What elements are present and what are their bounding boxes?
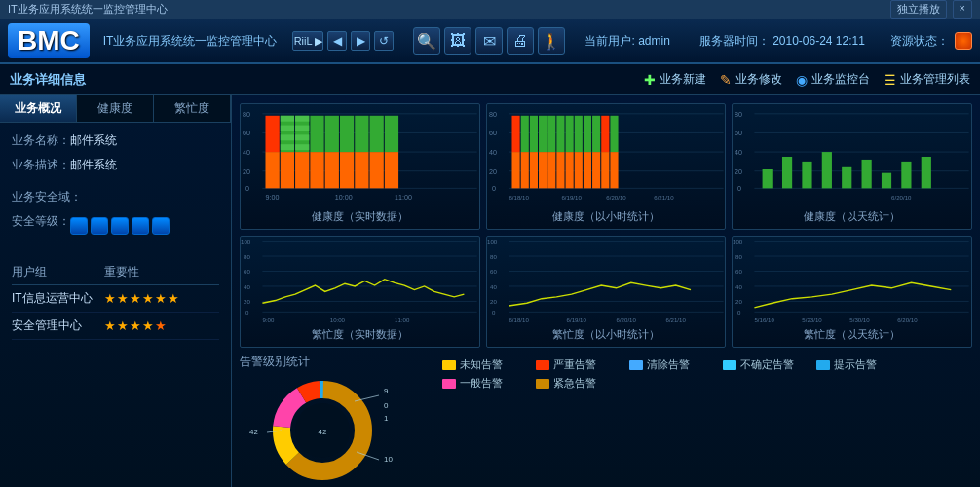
svg-text:40: 40: [489, 149, 497, 156]
create-icon: ✚: [644, 72, 656, 88]
right-panel: 80 60 40 20 0: [232, 95, 980, 487]
nav-label: RiiL ▶: [292, 31, 323, 51]
nav-forward[interactable]: ▶: [351, 31, 370, 51]
create-business-btn[interactable]: ✚ 业务新建: [644, 71, 706, 88]
chart-health-daily-title: 健康度（以天统计）: [733, 207, 971, 226]
monitor-business-btn[interactable]: ◉ 业务监控台: [796, 71, 870, 88]
tab-busy[interactable]: 繁忙度: [154, 95, 231, 122]
user-row-1: IT信息运营中心 ★ ★ ★ ★ ★ ★: [12, 285, 219, 313]
svg-text:40: 40: [243, 149, 250, 156]
svg-rect-25: [310, 116, 323, 152]
legend-item-2: 清除告警: [629, 357, 707, 372]
nav-icon-person[interactable]: 🚶: [538, 27, 565, 55]
action-bar: 业务详细信息 ✚ 业务新建 ✎ 业务修改 ◉ 业务监控台 ☰ 业务管理列表: [0, 64, 980, 95]
svg-rect-87: [763, 169, 773, 189]
svg-text:60: 60: [244, 270, 250, 276]
svg-rect-34: [385, 152, 398, 188]
nav-refresh[interactable]: ↺: [374, 31, 394, 51]
svg-text:80: 80: [244, 254, 250, 260]
star2: ★: [117, 318, 129, 333]
nav-title: IT业务应用系统统一监控管理中心: [103, 33, 278, 50]
svg-text:6/18/10: 6/18/10: [509, 195, 529, 201]
svg-rect-90: [822, 152, 832, 188]
svg-rect-30: [355, 152, 368, 188]
nav-icon-image[interactable]: 🖼: [444, 27, 471, 55]
svg-rect-94: [902, 162, 912, 188]
security-level-row: 安全等级：: [12, 213, 219, 235]
svg-rect-17: [281, 126, 294, 131]
business-desc-row: 业务描述： 邮件系统: [12, 157, 219, 173]
legend-label-4: 提示告警: [834, 357, 877, 372]
svg-rect-50: [511, 116, 519, 152]
svg-text:5/30/10: 5/30/10: [850, 318, 870, 324]
list-label: 业务管理列表: [900, 71, 970, 88]
svg-rect-54: [530, 116, 538, 152]
chart-busy-hourly: 100 80 60 40 20 0 6/18/10 6/19/10 6/20/1…: [486, 236, 727, 348]
svg-rect-24: [310, 152, 323, 188]
legend-label-2: 清除告警: [647, 357, 690, 372]
server-time-value: 2010-06-24 12:11: [773, 34, 865, 48]
svg-rect-59: [556, 152, 564, 188]
user-group-2: 安全管理中心: [12, 318, 104, 334]
star1: ★: [104, 291, 116, 306]
svg-rect-88: [782, 157, 792, 188]
legend-color-0: [442, 360, 456, 370]
legend-item-5: 一般告警: [442, 376, 520, 391]
svg-rect-62: [565, 116, 573, 152]
chart-health-realtime-area: 80 60 40 20 0: [241, 104, 479, 207]
svg-text:80: 80: [489, 111, 497, 118]
svg-text:6/21/10: 6/21/10: [654, 195, 674, 201]
svg-text:6/18/10: 6/18/10: [509, 318, 528, 324]
chart-busy-realtime-title: 繁忙度（实时数据）: [241, 325, 479, 344]
nav-icon-search[interactable]: 🔍: [413, 27, 440, 55]
server-time: 服务器时间： 2010-06-24 12:11: [699, 33, 865, 50]
svg-text:6/20/10: 6/20/10: [891, 195, 912, 201]
business-name-row: 业务名称： 邮件系统: [12, 132, 219, 149]
svg-rect-71: [610, 152, 618, 188]
nav-icon-print[interactable]: 🖨: [507, 27, 534, 55]
resource-label: 资源状态：: [890, 33, 949, 50]
user-row-2: 安全管理中心 ★ ★ ★ ★ ★: [12, 313, 219, 340]
svg-text:60: 60: [735, 131, 742, 137]
app-title: IT业务应用系统统一监控管理中心: [8, 2, 168, 17]
title-bar: IT业务应用系统统一监控管理中心 独立播放 ×: [0, 0, 980, 19]
svg-rect-93: [882, 173, 891, 189]
svg-rect-10: [265, 152, 279, 188]
user-group-1: IT信息运营中心: [12, 290, 104, 307]
svg-text:100: 100: [733, 240, 742, 245]
svg-rect-63: [574, 152, 582, 188]
left-panel: 业务概况 健康度 繁忙度 业务名称： 邮件系统 业务描述： 邮件系统 业务安全域…: [0, 95, 232, 487]
legend-item-3: 不确定告警: [723, 357, 801, 372]
svg-text:0: 0: [737, 310, 740, 316]
svg-rect-26: [325, 152, 339, 188]
svg-text:9:00: 9:00: [262, 318, 274, 324]
svg-rect-68: [592, 116, 600, 152]
svg-rect-69: [601, 152, 609, 188]
tab-overview[interactable]: 业务概况: [0, 95, 77, 122]
col-importance: 重要性: [104, 264, 219, 281]
svg-text:1: 1: [384, 414, 389, 423]
health-hourly-svg: 80 60 40 20 0: [487, 104, 726, 207]
edit-business-btn[interactable]: ✎ 业务修改: [720, 71, 782, 88]
donut-svg: 42 9 0 1 10 42: [240, 374, 415, 481]
close-btn[interactable]: ×: [953, 0, 972, 19]
legend-label-0: 未知告警: [460, 357, 503, 372]
nav-back[interactable]: ◀: [327, 31, 347, 51]
busy-realtime-svg: 100 80 60 40 20 0 9:00 10:00 11:00: [241, 237, 479, 325]
legend-item-1: 严重告警: [536, 357, 614, 372]
svg-rect-67: [592, 152, 600, 188]
svg-rect-65: [584, 152, 591, 188]
nav-controls: RiiL ▶ ◀ ▶ ↺: [292, 31, 401, 51]
legend-color-1: [536, 360, 549, 370]
svg-text:0: 0: [245, 310, 248, 316]
svg-text:6/20/10: 6/20/10: [616, 318, 635, 324]
nav-icon-mail[interactable]: ✉: [475, 27, 503, 55]
standalone-btn[interactable]: 独立播放: [890, 0, 947, 19]
list-business-btn[interactable]: ☰ 业务管理列表: [884, 71, 970, 88]
svg-text:60: 60: [489, 131, 497, 137]
business-desc-value: 邮件系统: [70, 157, 117, 173]
busy-hourly-svg: 100 80 60 40 20 0 6/18/10 6/19/10 6/20/1…: [487, 237, 726, 325]
svg-rect-55: [539, 152, 547, 188]
legend-label-5: 一般告警: [460, 376, 503, 391]
tab-health[interactable]: 健康度: [77, 95, 154, 122]
